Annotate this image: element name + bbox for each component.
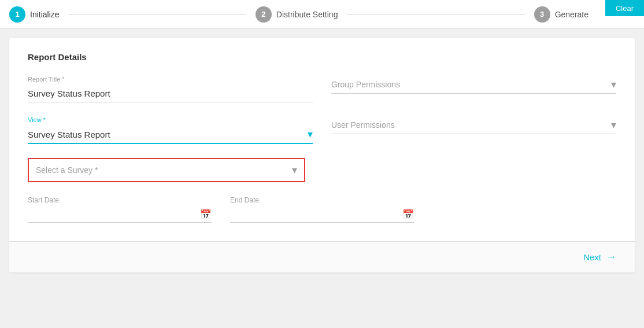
step-3-circle: 3 <box>534 6 550 23</box>
report-title-label: Report Title * <box>28 76 313 83</box>
step-2[interactable]: 2 Distribute Setting <box>256 6 338 23</box>
start-date-label: Start Date <box>28 196 212 204</box>
end-date-calendar-icon[interactable]: 📅 <box>402 209 414 220</box>
card-title: Report Details <box>28 52 616 62</box>
top-bar: 1 Initialize 2 Distribute Setting 3 Gene… <box>0 0 644 29</box>
start-date-calendar-icon[interactable]: 📅 <box>200 209 212 220</box>
user-permissions-placeholder: User Permissions <box>331 120 395 130</box>
report-card: Report Details Report Title * Survey Sta… <box>9 38 635 272</box>
next-arrow-icon: → <box>606 251 616 263</box>
view-arrow-icon: ▾ <box>308 129 313 139</box>
next-label: Next <box>583 252 601 262</box>
view-group: View * Survey Status Report ▾ <box>28 116 313 144</box>
group-permissions-placeholder: Group Permissions <box>331 80 400 89</box>
view-label: View * <box>28 116 313 123</box>
card-footer: Next → <box>9 241 635 272</box>
step-line-2 <box>347 14 524 14</box>
stepper: 1 Initialize 2 Distribute Setting 3 Gene… <box>9 6 635 23</box>
step-1[interactable]: 1 Initialize <box>9 6 60 23</box>
report-title-group: Report Title * Survey Status Report <box>28 76 313 102</box>
end-date-group: End Date 📅 <box>230 196 414 223</box>
step-1-label: Initialize <box>30 10 60 19</box>
next-button[interactable]: Next → <box>583 251 616 263</box>
clear-button[interactable]: Clear <box>605 0 644 16</box>
group-permissions-group: Group Permissions ▾ <box>331 76 616 102</box>
end-date-label: End Date <box>230 196 414 204</box>
start-date-group: Start Date 📅 <box>28 196 212 223</box>
main-content: Report Details Report Title * Survey Sta… <box>0 29 644 282</box>
end-date-input-wrapper: 📅 <box>230 207 414 223</box>
step-1-circle: 1 <box>9 6 25 23</box>
view-value: Survey Status Report <box>28 130 110 139</box>
step-2-label: Distribute Setting <box>276 10 338 19</box>
view-dropdown[interactable]: Survey Status Report ▾ <box>28 126 313 144</box>
select-survey-arrow-icon: ▾ <box>292 165 297 175</box>
form-row-1: Report Title * Survey Status Report Grou… <box>28 76 616 102</box>
user-permissions-dropdown[interactable]: User Permissions ▾ <box>331 116 616 134</box>
user-permissions-group: User Permissions ▾ <box>331 116 616 144</box>
card-body: Report Details Report Title * Survey Sta… <box>9 38 635 241</box>
select-survey-dropdown[interactable]: Select a Survey * ▾ <box>28 158 305 182</box>
user-permissions-arrow-icon: ▾ <box>611 120 616 130</box>
form-row-2: View * Survey Status Report ▾ User Permi… <box>28 116 616 144</box>
start-date-input-wrapper: 📅 <box>28 207 212 223</box>
group-permissions-arrow-icon: ▾ <box>611 79 616 90</box>
step-line-1 <box>69 14 246 14</box>
step-3-label: Generate <box>555 10 589 19</box>
step-3[interactable]: 3 Generate <box>534 6 589 23</box>
select-survey-placeholder: Select a Survey * <box>36 165 98 175</box>
group-permissions-dropdown[interactable]: Group Permissions ▾ <box>331 76 616 94</box>
step-2-circle: 2 <box>256 6 272 23</box>
report-title-value: Survey Status Report <box>28 85 313 102</box>
survey-section: Select a Survey * ▾ <box>28 158 616 182</box>
date-row: Start Date 📅 End Date 📅 <box>28 196 616 223</box>
